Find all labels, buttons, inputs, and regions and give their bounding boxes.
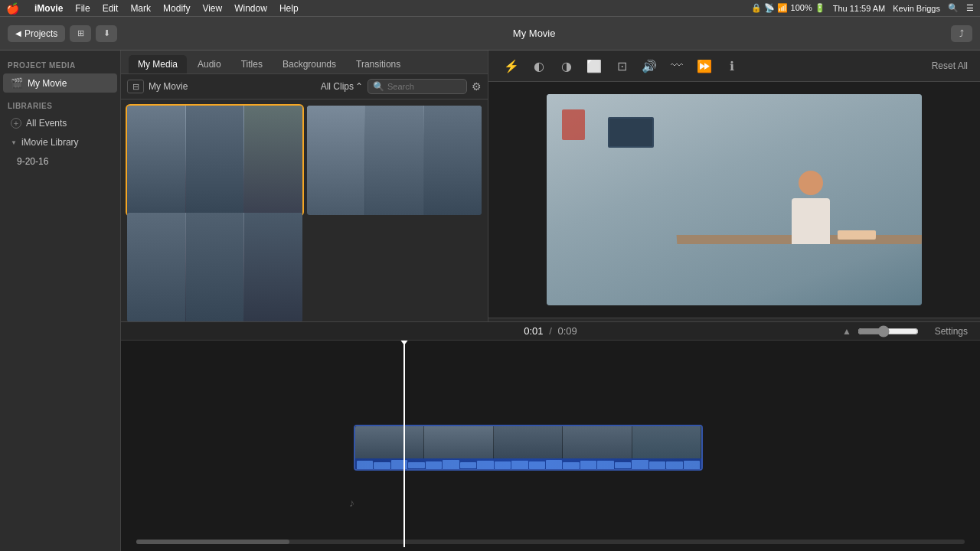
clip-thumbnail-1[interactable]: 15.1s [127,106,302,215]
app-toolbar: Projects ⊞ ⬇ My Movie ⤴ [0,17,980,51]
menubar-file[interactable]: File [75,3,90,14]
zoom-slider[interactable] [858,325,919,337]
preview-area [488,82,980,318]
toolbar-right: ⤴ [951,25,972,42]
menubar-right: 🔒 📡 📶 100% 🔋 Thu 11:59 AM Kevin Briggs 🔍… [751,3,974,13]
sidebar-library-label: iMovie Library [21,137,79,148]
projects-button[interactable]: Projects [8,25,65,42]
media-settings-button[interactable]: ⚙ [472,80,482,93]
audio-bar [495,461,511,469]
sidebar-item-date[interactable]: 9-20-16 [3,152,117,171]
audio-track [355,458,701,471]
tab-audio[interactable]: Audio [188,55,230,73]
audio-bar [477,461,493,470]
clip-thumbnail-2[interactable] [307,106,482,215]
stabilize-tool[interactable]: ⊡ [611,55,632,77]
clips-filter-label: All Clips [321,81,354,92]
audio-bar [597,461,613,471]
timeline-time: 0:01 / 0:09 [524,325,577,337]
menubar-mark[interactable]: Mark [130,3,151,14]
menu-icon[interactable]: ☰ [966,3,974,13]
view-toggle-button[interactable]: ⊞ [70,25,91,42]
tab-titles[interactable]: Titles [232,55,272,73]
media-grid: 15.1s [121,99,488,321]
sidebar-item-imovie-library[interactable]: ▼ iMovie Library [3,133,117,152]
menubar-modify[interactable]: Modify [163,3,190,14]
track-frame-4 [563,426,632,458]
tab-transitions[interactable]: Transitions [347,55,410,73]
noise-tool[interactable]: 〰 [666,55,688,77]
dropdown-arrow-icon: ⌃ [355,81,363,92]
audio-bar [563,462,579,469]
video-track[interactable] [354,425,703,471]
reset-all-button[interactable]: Reset All [932,60,968,71]
video-content [547,94,922,305]
panel-toggle-button[interactable]: ⊟ [127,80,144,93]
video-preview [547,94,922,305]
preview-toolbar: ⚡ ◐ ◑ ⬜ ⊡ 🔊 〰 ⏩ ℹ Reset All [488,51,980,82]
audio-bar [529,461,545,470]
search-icon[interactable]: 🔍 [948,3,959,13]
time-current: 0:01 [524,325,543,337]
sidebar-item-all-events[interactable]: + All Events [3,114,117,132]
sidebar-item-my-movie[interactable]: 🎬 My Movie [3,73,117,93]
timeline-area: 0:01 / 0:09 ▲ Settings ♪ [121,321,980,551]
volume-tool[interactable]: 🔊 [639,55,660,77]
speed-tool[interactable]: ⏩ [694,55,715,77]
tab-my-media[interactable]: My Media [129,55,187,73]
wall-object [562,109,585,140]
scrollbar-thumb[interactable] [136,540,289,544]
tab-backgrounds[interactable]: Backgrounds [273,55,345,73]
color-match-tool[interactable]: ◑ [556,55,577,77]
menubar-window[interactable]: Window [234,3,267,14]
timeline-playhead [403,341,405,547]
clips-dropdown[interactable]: All Clips ⌃ [321,81,363,92]
time-total: 0:09 [557,325,577,337]
color-balance-tool[interactable]: ◐ [528,55,550,77]
timeline-content: ♪ [121,341,980,547]
import-button[interactable]: ⬇ [96,25,117,42]
share-button[interactable]: ⤴ [951,25,972,42]
media-path-label: My Movie [149,81,188,92]
zoom-minus-icon: ▲ [842,326,851,337]
audio-bar [357,461,373,471]
magic-wand-tool[interactable]: ⚡ [501,55,522,77]
info-tool[interactable]: ℹ [721,55,743,77]
crop-tool[interactable]: ⬜ [583,55,605,77]
audio-bar [460,462,476,468]
libraries-label: LIBRARIES [0,99,120,113]
project-media-label: PROJECT MEDIA [0,58,120,73]
menubar-imovie[interactable]: iMovie [34,3,63,14]
search-input[interactable] [387,82,462,91]
audio-bar [615,462,631,468]
horizontal-scrollbar[interactable] [136,540,965,544]
audio-bar [511,461,528,471]
person-head [799,171,823,195]
main-content: PROJECT MEDIA 🎬 My Movie LIBRARIES + All… [0,51,980,551]
desk-object [838,230,876,240]
sidebar-all-events-label: All Events [26,118,67,129]
apple-menu[interactable]: 🍎 [6,2,19,15]
media-tabs: My Media Audio Titles Backgrounds Transi… [121,51,488,74]
preview-panel: ⚡ ◐ ◑ ⬜ ⊡ 🔊 〰 ⏩ ℹ Reset All [488,51,980,321]
toolbar-left: Projects ⊞ ⬇ [8,25,117,42]
audio-bar [666,461,682,470]
audio-waveform [355,458,701,471]
add-icon: + [11,118,21,129]
menubar-view[interactable]: View [202,3,222,14]
search-field: 🔍 [368,79,467,94]
audio-bar [546,460,562,471]
settings-button[interactable]: Settings [935,326,968,337]
audio-bar [632,460,648,471]
media-browser: My Media Audio Titles Backgrounds Transi… [121,51,488,321]
audio-bar [408,462,424,468]
menubar-help[interactable]: Help [279,3,299,14]
person-figure [792,171,830,244]
track-frame-5 [632,426,701,458]
clip-thumbnail-3[interactable] [127,213,302,321]
media-toolbar: ⊟ My Movie All Clips ⌃ 🔍 ⚙ [121,74,488,99]
audio-bar [426,461,442,470]
menubar-edit[interactable]: Edit [103,3,119,14]
menubar-user: Kevin Briggs [893,4,940,13]
menubar-status-icons: 🔒 📡 📶 100% 🔋 [751,3,825,13]
